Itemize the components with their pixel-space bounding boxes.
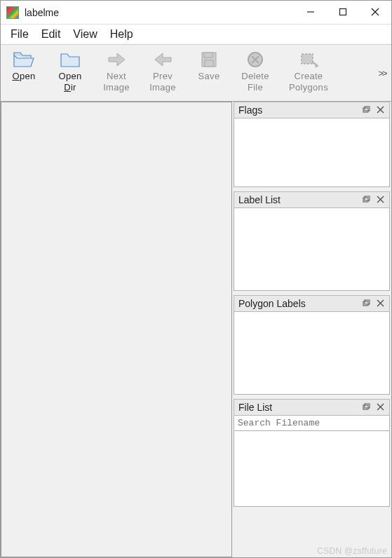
svg-rect-5 <box>204 53 212 57</box>
open-button[interactable]: Open <box>1 46 47 100</box>
menu-bar: File Edit View Help <box>1 25 391 44</box>
delete-file-label: DeleteFile <box>241 72 269 94</box>
file-search-container <box>234 416 390 431</box>
next-image-button[interactable]: NextImage <box>93 46 140 100</box>
float-icon <box>362 402 370 413</box>
title-bar: labelme <box>1 1 391 25</box>
label-list-panel: Label List <box>234 191 390 291</box>
maximize-button[interactable] <box>327 1 359 25</box>
svg-rect-1 <box>340 8 346 15</box>
prev-image-button[interactable]: PrevImage <box>140 46 186 100</box>
svg-rect-17 <box>365 196 370 200</box>
svg-rect-12 <box>363 108 368 112</box>
folder-open-icon <box>12 49 36 70</box>
close-icon <box>377 298 384 309</box>
svg-rect-16 <box>363 198 368 202</box>
close-icon <box>377 402 384 413</box>
polygon-labels-list[interactable] <box>234 312 390 395</box>
folder-icon <box>58 49 82 70</box>
app-icon <box>6 6 19 19</box>
menu-file[interactable]: File <box>5 27 34 42</box>
next-image-label: NextImage <box>103 72 130 94</box>
menu-view[interactable]: View <box>67 27 102 42</box>
label-list-header[interactable]: Label List <box>234 191 390 208</box>
save-button[interactable]: Save <box>186 46 232 100</box>
arrow-left-icon <box>151 49 175 70</box>
file-list-header[interactable]: File List <box>234 399 390 416</box>
close-icon <box>377 104 384 116</box>
svg-rect-20 <box>363 301 368 306</box>
minimize-button[interactable] <box>295 1 327 25</box>
close-button[interactable] <box>359 1 391 25</box>
polygon-labels-float-button[interactable] <box>360 297 372 310</box>
side-panels: Flags Label List Polygon Labels <box>232 102 391 557</box>
float-icon <box>362 104 370 116</box>
flags-float-button[interactable] <box>360 104 372 116</box>
flags-panel-header[interactable]: Flags <box>234 102 390 118</box>
svg-rect-6 <box>205 60 213 67</box>
maximize-icon <box>339 6 347 19</box>
prev-image-label: PrevImage <box>149 72 176 94</box>
file-list-close-button[interactable] <box>374 401 386 414</box>
polygon-labels-header[interactable]: Polygon Labels <box>234 295 390 312</box>
svg-rect-10 <box>302 54 313 64</box>
open-dir-label: OpenDir <box>58 72 81 94</box>
toolbar-overflow-button[interactable]: >> <box>376 46 391 100</box>
svg-rect-24 <box>363 405 368 409</box>
delete-file-button[interactable]: DeleteFile <box>232 46 278 100</box>
open-label: Open <box>12 72 35 83</box>
file-list-panel: File List <box>234 399 390 507</box>
file-search-input[interactable] <box>234 416 389 430</box>
svg-rect-25 <box>365 404 370 408</box>
floppy-disk-icon <box>197 49 221 70</box>
file-list-title: File List <box>238 402 358 413</box>
polygon-labels-panel: Polygon Labels <box>234 295 390 395</box>
create-polygons-label: CreatePolygons <box>289 72 328 94</box>
label-list-float-button[interactable] <box>360 193 372 206</box>
svg-marker-11 <box>316 64 318 67</box>
svg-rect-21 <box>365 300 370 304</box>
label-list-title: Label List <box>238 194 358 205</box>
file-list-float-button[interactable] <box>360 401 372 414</box>
svg-rect-13 <box>365 107 370 111</box>
canvas-area[interactable] <box>1 102 232 557</box>
create-polygons-button[interactable]: CreatePolygons <box>278 46 339 100</box>
save-label: Save <box>198 72 220 83</box>
polygon-labels-close-button[interactable] <box>374 297 386 310</box>
open-dir-button[interactable]: OpenDir <box>47 46 93 100</box>
close-icon <box>371 6 379 19</box>
flags-panel: Flags <box>234 102 390 187</box>
minimize-icon <box>306 6 315 19</box>
polygon-icon <box>297 49 320 70</box>
delete-icon <box>243 49 267 70</box>
toolbar: Open OpenDir NextImage PrevImage Save <box>1 44 391 102</box>
flags-close-button[interactable] <box>374 104 386 116</box>
main-body: Flags Label List Polygon Labels <box>1 102 391 557</box>
close-icon <box>377 194 384 205</box>
float-icon <box>362 194 370 205</box>
file-list[interactable] <box>234 431 390 507</box>
arrow-right-icon <box>104 49 128 70</box>
flags-list[interactable] <box>234 118 390 187</box>
label-list-close-button[interactable] <box>374 193 386 206</box>
label-list[interactable] <box>234 208 390 291</box>
app-window: labelme File Edit View Help <box>0 0 392 558</box>
float-icon <box>362 298 370 309</box>
polygon-labels-title: Polygon Labels <box>238 298 358 309</box>
menu-edit[interactable]: Edit <box>36 27 67 42</box>
flags-panel-title: Flags <box>238 104 358 116</box>
menu-help[interactable]: Help <box>104 27 139 42</box>
watermark: CSDN @zsffuture <box>317 546 387 556</box>
window-title: labelme <box>25 7 59 18</box>
